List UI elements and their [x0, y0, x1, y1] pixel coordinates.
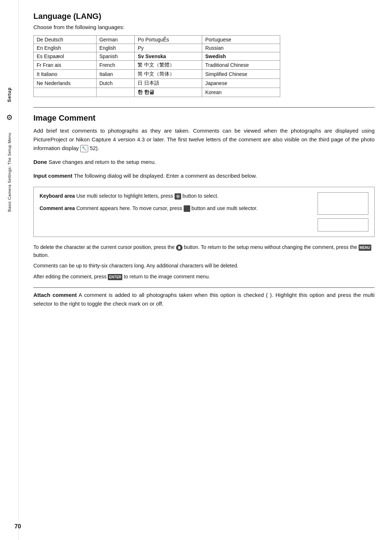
delete-icon: 🗑 [176, 245, 183, 251]
comment-area-note: Comment area Comment appears here. To mo… [40, 205, 312, 213]
sidebar-basic-label: Basic Camera Settings: The Setup Menu [7, 133, 12, 212]
table-row: De Deutsch German Po PortuguÊs Portugues… [34, 36, 280, 44]
lang-name [96, 88, 135, 97]
lang-name: French [96, 61, 135, 70]
comment-box [318, 218, 368, 231]
lang-code: De Deutsch [34, 36, 97, 44]
ref-icon: 🔧 [80, 145, 88, 152]
sidebar: Setup ⚙ Basic Camera Settings: The Setup… [0, 0, 19, 540]
enter-icon: ENTER [108, 274, 122, 281]
lang-name-swedish: Swedish [202, 52, 280, 61]
lang-code: It Italiano [34, 70, 97, 79]
sidebar-icon: ⚙ [6, 113, 13, 122]
lang-code: 한 한글 [135, 88, 202, 97]
length-note: Comments can be up to thirty-six charact… [33, 262, 375, 270]
lang-name: German [96, 36, 135, 44]
done-text: Done Save changes and return to the setu… [33, 158, 375, 166]
delete-note: To delete the character at the current c… [33, 243, 375, 259]
lang-code: 日 日本語 [135, 79, 202, 88]
lang-name: Dutch [96, 79, 135, 88]
lang-name: Italian [96, 70, 135, 79]
lang-code: Fr Fran ais [34, 61, 97, 70]
image-comment-title: Image Comment [33, 113, 375, 123]
keyboard-button-icon: 🔘 [175, 193, 181, 200]
keyboard-box [318, 192, 368, 215]
after-edit-note: After editing the comment, press ENTER t… [33, 273, 375, 281]
comment-button-icon: ⬛ [184, 205, 190, 212]
lang-name: Portuguese [202, 36, 280, 44]
dialog-box: Keyboard area Use multi selector to high… [33, 187, 375, 237]
page-number: 70 [15, 523, 21, 530]
keyboard-area-note: Keyboard area Use multi selector to high… [40, 192, 312, 200]
lang-name: Simplified Chinese [202, 70, 280, 79]
dialog-visual [318, 192, 368, 231]
attach-comment-text: Attach comment A comment is added to all… [33, 291, 375, 308]
lang-name: Japanese [202, 79, 280, 88]
lang-name: Spanish [96, 52, 135, 61]
menu-icon: MENU [359, 245, 371, 251]
lang-section-title: Language (LANG) [33, 12, 375, 21]
bottom-divider [33, 287, 375, 288]
lang-code: 繁 中文（繁體） [135, 61, 202, 70]
dialog-inner: Keyboard area Use multi selector to high… [40, 192, 368, 231]
lang-code [34, 88, 97, 97]
lang-code-bold: Sv Svenska [135, 52, 202, 61]
table-row: En English English Ру Russian [34, 44, 280, 52]
lang-code: 简 中文（简体） [135, 70, 202, 79]
table-row: It Italiano Italian 简 中文（简体） Simplified … [34, 70, 280, 79]
done-label: Done [33, 159, 47, 165]
lang-code: Ру [135, 44, 202, 52]
lang-code: Po PortuguÊs [135, 36, 202, 44]
attach-comment-label: Attach comment [33, 292, 77, 298]
lang-code: Ne Nederlands [34, 79, 97, 88]
keyboard-area-label: Keyboard area [40, 193, 75, 199]
lang-name: English [96, 44, 135, 52]
lang-code: En English [34, 44, 97, 52]
dialog-text-area: Keyboard area Use multi selector to high… [40, 192, 312, 231]
lang-code: Es Espaæol [34, 52, 97, 61]
lang-name: Traditional Chinese [202, 61, 280, 70]
table-row: Fr Fran ais French 繁 中文（繁體） Traditional … [34, 61, 280, 70]
image-comment-body: Add brief text comments to photographs a… [33, 126, 375, 153]
table-row: Es Espaæol Spanish Sv Svenska Swedish [34, 52, 280, 61]
table-row: Ne Nederlands Dutch 日 日本語 Japanese [34, 79, 280, 88]
input-comment-label: Input comment [33, 173, 73, 179]
table-row: 한 한글 Korean [34, 88, 280, 97]
sidebar-setup-label: Setup [7, 87, 12, 102]
main-content: Language (LANG) Choose from the followin… [19, 0, 392, 540]
input-comment-text: Input comment The following dialog will … [33, 172, 375, 180]
lang-name: Korean [202, 88, 280, 97]
language-table: De Deutsch German Po PortuguÊs Portugues… [33, 35, 280, 97]
section-divider [33, 107, 375, 108]
lang-name: Russian [202, 44, 280, 52]
comment-area-label: Comment area [40, 205, 75, 211]
lang-section-subtitle: Choose from the following languages: [33, 24, 375, 30]
